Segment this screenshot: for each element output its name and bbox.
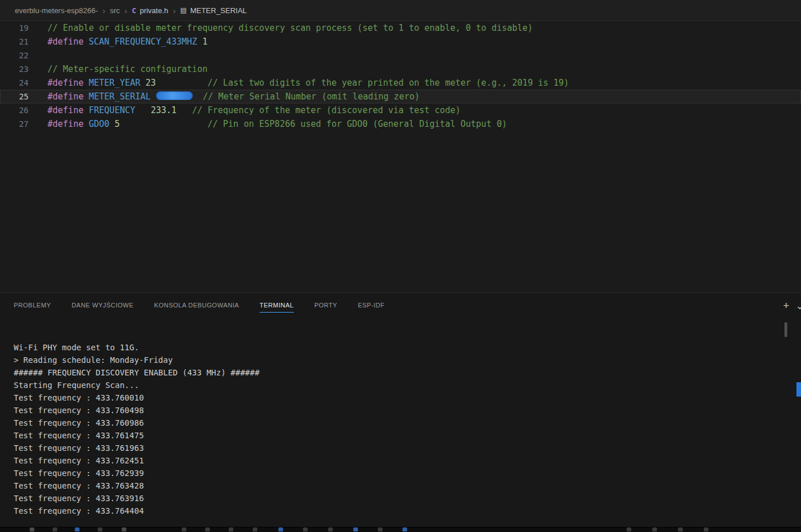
panel-tab-terminal[interactable]: TERMINAL xyxy=(260,299,294,313)
terminal-line: Wi-Fi PHY mode set to 11G. xyxy=(14,341,784,354)
token-num: 233.1 xyxy=(151,105,177,115)
taskbar-icon[interactable] xyxy=(704,527,708,531)
taskbar-icon[interactable] xyxy=(403,527,407,531)
code-editor: 19// Enable or disable meter frequency d… xyxy=(0,21,801,293)
code-line-current[interactable]: 25#define METER_SERIAL // Meter Serial N… xyxy=(0,90,801,103)
token-mac: METER_YEAR xyxy=(89,78,140,88)
panel-tab-porty[interactable]: PORTY xyxy=(314,299,337,313)
taskbar-icon[interactable] xyxy=(229,527,233,531)
token-dir: #define xyxy=(47,78,83,88)
token-pln xyxy=(156,78,208,88)
panel-tab-konsola-debugowania[interactable]: KONSOLA DEBUGOWANIA xyxy=(154,299,239,313)
terminal-dropdown-icon[interactable]: ⌄ xyxy=(793,299,801,312)
code-text: #define SCAN_FREQUENCY_433MHZ 1 xyxy=(47,35,208,49)
redacted-serial-value xyxy=(156,91,193,100)
terminal-line: Test frequency : 433.763428 xyxy=(14,479,784,492)
taskbar-icon[interactable] xyxy=(627,527,631,531)
code-text: #define METER_YEAR 23 // Last two digits… xyxy=(47,76,569,90)
token-pln xyxy=(136,105,151,115)
line-number: 19 xyxy=(0,21,29,35)
breadcrumb-symbol[interactable]: METER_SERIAL xyxy=(190,6,247,15)
token-cmt: // Enable or disable meter frequency dis… xyxy=(47,23,533,33)
editor-lines: 19// Enable or disable meter frequency d… xyxy=(0,21,801,131)
taskbar-icon[interactable] xyxy=(353,527,358,531)
new-terminal-icon[interactable]: + xyxy=(779,300,793,312)
token-pln xyxy=(83,105,89,115)
token-cmt: // Last two digits of the year printed o… xyxy=(208,78,569,88)
taskbar-icon[interactable] xyxy=(378,527,382,531)
taskbar-icon[interactable] xyxy=(53,527,57,531)
terminal-line: Test frequency : 433.761475 xyxy=(14,429,784,442)
line-number: 21 xyxy=(0,35,29,49)
token-cmt: // Pin on ESP8266 used for GDO0 (General… xyxy=(208,119,507,129)
token-cmt: // Meter Serial Number (omit leading zer… xyxy=(203,91,420,102)
token-mac: METER_SERIAL xyxy=(89,91,150,102)
token-pln xyxy=(151,91,156,102)
taskbar xyxy=(0,527,801,532)
code-line[interactable]: 19// Enable or disable meter frequency d… xyxy=(0,21,801,35)
taskbar-icon[interactable] xyxy=(122,527,126,531)
terminal-line: Test frequency : 433.762451 xyxy=(14,454,784,467)
code-line[interactable]: 21#define SCAN_FREQUENCY_433MHZ 1 xyxy=(0,35,801,49)
terminal-line: Test frequency : 433.763916 xyxy=(14,492,784,505)
line-number: 24 xyxy=(0,76,29,90)
terminal-line: > Reading schedule: Monday-Friday xyxy=(14,354,784,366)
taskbar-icon[interactable] xyxy=(328,527,333,531)
code-line[interactable]: 22 xyxy=(0,49,801,62)
line-number: 22 xyxy=(0,49,29,62)
taskbar-icon[interactable] xyxy=(253,527,257,531)
token-mac: SCAN_FREQUENCY_433MHZ xyxy=(89,37,197,47)
taskbar-icon[interactable] xyxy=(652,527,657,531)
token-pln xyxy=(197,37,202,47)
terminal-scrollbar-thumb[interactable] xyxy=(784,322,787,337)
token-pln xyxy=(119,119,208,129)
code-line[interactable]: 23// Meter-specific configuration xyxy=(0,62,801,76)
taskbar-icon[interactable] xyxy=(678,527,683,531)
token-pln xyxy=(83,91,89,102)
terminal-line: ###### FREQUENCY DISCOVERY ENABLED (433 … xyxy=(14,366,784,379)
code-text: #define METER_SERIAL // Meter Serial Num… xyxy=(47,90,420,103)
code-line[interactable]: 26#define FREQUENCY 233.1 // Frequency o… xyxy=(0,103,801,117)
breadcrumb-file[interactable]: private.h xyxy=(140,6,168,15)
scrollbar-overview-marker xyxy=(796,382,801,397)
c-header-file-icon: C xyxy=(132,6,137,15)
panel-tab-bar: PROBLEMYDANE WYJŚCIOWEKONSOLA DEBUGOWANI… xyxy=(0,293,801,318)
terminal-output[interactable]: Wi-Fi PHY mode set to 11G.> Reading sche… xyxy=(0,341,784,527)
token-mac: GDO0 xyxy=(89,119,109,129)
taskbar-icon[interactable] xyxy=(75,527,79,531)
token-cmt: // Meter-specific configuration xyxy=(47,64,208,74)
token-num: 1 xyxy=(202,37,208,47)
taskbar-icon[interactable] xyxy=(182,527,186,531)
token-pln xyxy=(193,91,203,102)
line-number: 23 xyxy=(0,62,29,76)
line-number: 27 xyxy=(0,117,29,131)
breadcrumb-folder-src[interactable]: src xyxy=(110,6,119,15)
terminal-line: Starting Frequency Scan... xyxy=(14,379,784,391)
code-text: // Enable or disable meter frequency dis… xyxy=(47,21,533,35)
taskbar-icon[interactable] xyxy=(205,527,210,531)
bottom-panel: PROBLEMYDANE WYJŚCIOWEKONSOLA DEBUGOWANI… xyxy=(0,293,801,527)
chevron-right-icon: › xyxy=(173,6,176,15)
taskbar-icon[interactable] xyxy=(30,527,34,531)
terminal-line: Test frequency : 433.760498 xyxy=(14,404,784,417)
taskbar-icon[interactable] xyxy=(278,527,283,531)
code-text: #define GDO0 5 // Pin on ESP8266 used fo… xyxy=(47,117,507,131)
breadcrumb-project[interactable]: everblu-meters-esp8266- xyxy=(15,6,98,15)
terminal-line: Test frequency : 433.762939 xyxy=(14,467,784,479)
panel-tab-esp-idf[interactable]: ESP-IDF xyxy=(358,299,385,313)
token-mac: FREQUENCY xyxy=(89,105,135,115)
line-number: 26 xyxy=(0,103,29,117)
chevron-right-icon: › xyxy=(102,6,105,15)
token-dir: #define xyxy=(47,119,83,129)
panel-tab-dane-wyj-ciowe[interactable]: DANE WYJŚCIOWE xyxy=(71,299,133,313)
terminal-line: Test frequency : 433.760986 xyxy=(14,417,784,429)
code-line[interactable]: 24#define METER_YEAR 23 // Last two digi… xyxy=(0,76,801,90)
taskbar-icon[interactable] xyxy=(303,527,308,531)
token-pln xyxy=(83,37,89,47)
token-dir: #define xyxy=(47,105,83,115)
token-pln xyxy=(83,78,89,88)
taskbar-icon[interactable] xyxy=(98,527,102,531)
panel-tab-problemy[interactable]: PROBLEMY xyxy=(14,299,51,313)
code-text: // Meter-specific configuration xyxy=(47,62,208,76)
code-line[interactable]: 27#define GDO0 5 // Pin on ESP8266 used … xyxy=(0,117,801,131)
